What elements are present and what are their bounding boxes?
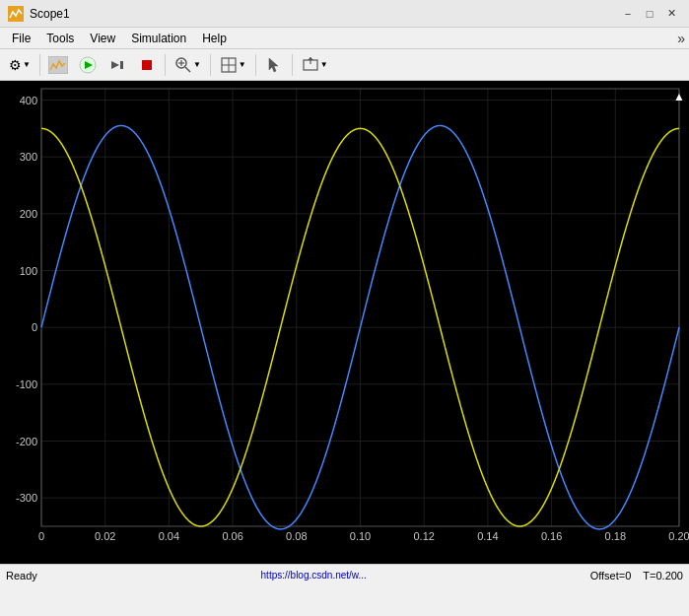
svg-rect-6 bbox=[142, 60, 152, 70]
separator-5 bbox=[292, 54, 293, 76]
svg-marker-14 bbox=[269, 58, 278, 72]
time-label: T=0.200 bbox=[643, 570, 683, 582]
zoom-icon bbox=[174, 56, 192, 74]
scope-icon bbox=[48, 56, 68, 74]
window-controls: − □ ✕ bbox=[618, 4, 681, 24]
svg-rect-5 bbox=[120, 61, 123, 69]
export-dropdown[interactable]: ▼ bbox=[297, 52, 333, 78]
dropdown-arrow: ▼ bbox=[23, 60, 31, 69]
separator-1 bbox=[39, 54, 40, 76]
menu-simulation[interactable]: Simulation bbox=[123, 30, 194, 47]
svg-line-8 bbox=[185, 67, 190, 72]
minimize-button[interactable]: − bbox=[618, 4, 638, 24]
plot-area[interactable] bbox=[0, 81, 689, 564]
zoom-dropdown[interactable]: ▼ bbox=[170, 52, 206, 78]
status-right: Offset=0 T=0.200 bbox=[590, 570, 683, 582]
stop-icon bbox=[138, 56, 156, 74]
separator-3 bbox=[210, 54, 211, 76]
scope-button[interactable] bbox=[44, 52, 72, 78]
gear-icon: ⚙ bbox=[9, 57, 22, 73]
close-button[interactable]: ✕ bbox=[661, 4, 681, 24]
status-text: Ready bbox=[6, 570, 37, 582]
toolbar: ⚙ ▼ ▼ bbox=[0, 49, 689, 81]
scope-canvas[interactable] bbox=[0, 81, 689, 564]
title-bar: Scope1 − □ ✕ bbox=[0, 0, 689, 28]
export-arrow: ▼ bbox=[320, 60, 328, 69]
menu-view[interactable]: View bbox=[82, 30, 123, 47]
zoom-arrow: ▼ bbox=[193, 60, 201, 69]
cursor-icon bbox=[265, 56, 283, 74]
play-button[interactable] bbox=[74, 52, 102, 78]
play-icon bbox=[79, 56, 97, 74]
pan-arrow: ▼ bbox=[239, 60, 246, 69]
settings-dropdown[interactable]: ⚙ ▼ bbox=[4, 52, 35, 78]
stop-button[interactable] bbox=[133, 52, 161, 78]
svg-marker-4 bbox=[111, 61, 119, 69]
offset-label: Offset=0 bbox=[590, 570, 632, 582]
step-icon bbox=[108, 56, 126, 74]
url-text: https://blog.csdn.net/w... bbox=[261, 570, 367, 581]
step-button[interactable] bbox=[103, 52, 131, 78]
pan-dropdown[interactable]: ▼ bbox=[215, 52, 251, 78]
svg-marker-17 bbox=[308, 57, 313, 60]
separator-2 bbox=[165, 54, 166, 76]
cursor-button[interactable] bbox=[260, 52, 288, 78]
menu-file[interactable]: File bbox=[4, 30, 38, 47]
window-title: Scope1 bbox=[30, 7, 70, 21]
menu-tools[interactable]: Tools bbox=[38, 30, 82, 47]
menu-bar: File Tools View Simulation Help » bbox=[0, 28, 689, 49]
pan-icon bbox=[220, 56, 238, 74]
restore-button[interactable]: □ bbox=[640, 4, 659, 24]
app-icon bbox=[8, 6, 24, 22]
menu-help[interactable]: Help bbox=[194, 30, 235, 47]
status-bar: Ready https://blog.csdn.net/w... Offset=… bbox=[0, 564, 689, 585]
export-icon bbox=[302, 56, 319, 74]
menu-overflow-icon: » bbox=[677, 31, 685, 46]
separator-4 bbox=[255, 54, 256, 76]
